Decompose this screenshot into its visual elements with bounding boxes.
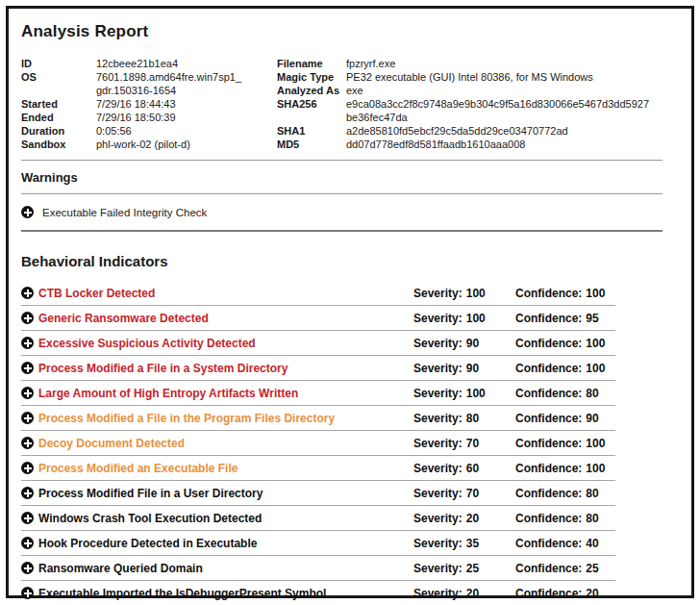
indicator-label: CTB Locker Detected [38,287,155,300]
warnings-heading: Warnings [21,170,672,185]
confidence-value: 80 [586,387,598,400]
confidence-metric: Confidence:100 [515,337,615,350]
severity-label: Severity: [413,412,462,425]
indicator-row[interactable]: Large Amount of High Entropy Artifacts W… [21,381,615,406]
metadata-label: OS [21,70,96,97]
indicator-row[interactable]: Process Modified a File in the Program F… [21,406,615,431]
severity-label: Severity: [413,387,462,400]
expand-plus-icon[interactable] [21,537,34,549]
divider [21,160,662,161]
metadata-label: Analyzed As [277,84,346,97]
confidence-value: 80 [586,487,598,500]
confidence-value: 100 [586,462,605,475]
indicator-row-left: Process Modified a File in a System Dire… [21,362,413,375]
confidence-metric: Confidence:20 [515,587,615,600]
confidence-label: Confidence: [515,462,582,475]
metadata-value: 12cbeee21b1ea4 [96,57,277,70]
metadata-label: Sandbox [21,138,96,151]
behavioral-indicators-heading: Behavioral Indicators [21,253,672,269]
metadata-label: Duration [21,124,96,138]
severity-label: Severity: [413,287,462,300]
behavioral-indicators-list: CTB Locker Detected Severity:100 Confide… [21,281,615,605]
confidence-label: Confidence: [515,512,582,525]
indicator-row[interactable]: Process Modified a File in a System Dire… [21,356,615,381]
expand-plus-icon[interactable] [21,362,34,374]
metadata-value: 7/29/16 18:44:43 [96,97,277,111]
indicator-row[interactable]: Hook Procedure Detected in Executable Se… [21,531,615,556]
indicator-row[interactable]: Process Modified an Executable File Seve… [21,456,615,481]
indicator-row[interactable]: Decoy Document Detected Severity:70 Conf… [21,431,615,456]
severity-metric: Severity:100 [413,287,515,300]
severity-metric: Severity:25 [413,562,515,575]
metadata-label: Ended [21,111,96,124]
severity-value: 20 [466,512,479,525]
expand-plus-icon[interactable] [21,437,34,449]
indicator-label: Windows Crash Tool Execution Detected [38,512,262,525]
indicator-row-left: Decoy Document Detected [21,437,413,450]
indicator-row-left: Ransomware Queried Domain [21,562,413,575]
indicator-label: Process Modified File in a User Director… [38,487,262,500]
severity-value: 70 [466,437,479,450]
severity-label: Severity: [413,512,462,525]
expand-plus-icon[interactable] [21,412,34,424]
expand-plus-icon[interactable] [21,312,34,324]
confidence-metric: Confidence:100 [515,462,615,475]
severity-value: 100 [466,387,486,400]
severity-value: 35 [466,537,479,550]
expand-plus-icon[interactable] [21,462,34,474]
confidence-value: 25 [586,562,598,575]
indicator-row[interactable]: Process Modified File in a User Director… [21,481,615,506]
expand-plus-icon[interactable] [21,562,34,574]
expand-plus-icon[interactable] [21,206,34,218]
indicator-row[interactable]: CTB Locker Detected Severity:100 Confide… [21,281,615,306]
confidence-label: Confidence: [515,312,582,325]
severity-metric: Severity:60 [413,462,515,475]
confidence-value: 90 [586,412,598,425]
indicator-label: Process Modified a File in the Program F… [38,412,335,425]
indicator-row[interactable]: Executable Imported the IsDebuggerPresen… [21,581,615,605]
indicator-label: Process Modified a File in a System Dire… [38,362,288,375]
warning-item[interactable]: Executable Failed Integrity Check [21,194,672,230]
indicator-row-left: Windows Crash Tool Execution Detected [21,512,413,525]
confidence-metric: Confidence:25 [515,562,615,575]
confidence-metric: Confidence:100 [515,362,615,375]
severity-metric: Severity:70 [413,487,515,500]
indicator-row-left: Large Amount of High Entropy Artifacts W… [21,387,413,400]
metadata-right-column: Filename fpzryrf.exe Magic Type PE32 exe… [277,57,672,151]
expand-plus-icon[interactable] [21,587,34,599]
metadata-label: MD5 [277,138,346,151]
indicator-row-left: Hook Procedure Detected in Executable [21,537,413,550]
expand-plus-icon[interactable] [21,287,34,299]
expand-plus-icon[interactable] [21,487,34,499]
indicator-row[interactable]: Ransomware Queried Domain Severity:25 Co… [21,556,615,581]
severity-metric: Severity:35 [413,537,515,550]
confidence-metric: Confidence:40 [515,537,615,550]
metadata-value: dd07d778edf8d581ffaadb1610aaa008 [346,138,672,151]
indicator-row-left: Process Modified a File in the Program F… [21,412,413,425]
severity-metric: Severity:90 [413,337,515,350]
metadata-value: PE32 executable (GUI) Intel 80386, for M… [346,70,672,84]
confidence-metric: Confidence:100 [515,287,615,300]
confidence-metric: Confidence:100 [515,437,615,450]
warning-item-label: Executable Failed Integrity Check [42,207,207,218]
indicator-label: Excessive Suspicious Activity Detected [38,337,256,350]
expand-plus-icon[interactable] [21,512,34,524]
indicator-row[interactable]: Windows Crash Tool Execution Detected Se… [21,506,615,531]
indicator-row-left: Excessive Suspicious Activity Detected [21,337,413,350]
indicator-row[interactable]: Generic Ransomware Detected Severity:100… [21,306,615,331]
severity-label: Severity: [413,587,462,600]
indicator-label: Decoy Document Detected [38,437,185,450]
expand-plus-icon[interactable] [21,337,34,349]
severity-label: Severity: [413,462,462,475]
severity-metric: Severity:90 [413,362,515,375]
confidence-metric: Confidence:80 [515,487,615,500]
indicator-row[interactable]: Excessive Suspicious Activity Detected S… [21,331,615,356]
confidence-value: 100 [586,362,605,375]
severity-value: 100 [466,287,486,300]
indicator-label: Generic Ransomware Detected [38,312,209,325]
severity-value: 20 [466,587,479,600]
confidence-label: Confidence: [515,337,582,350]
expand-plus-icon[interactable] [21,387,34,399]
confidence-metric: Confidence:80 [515,387,615,400]
confidence-label: Confidence: [515,412,582,425]
